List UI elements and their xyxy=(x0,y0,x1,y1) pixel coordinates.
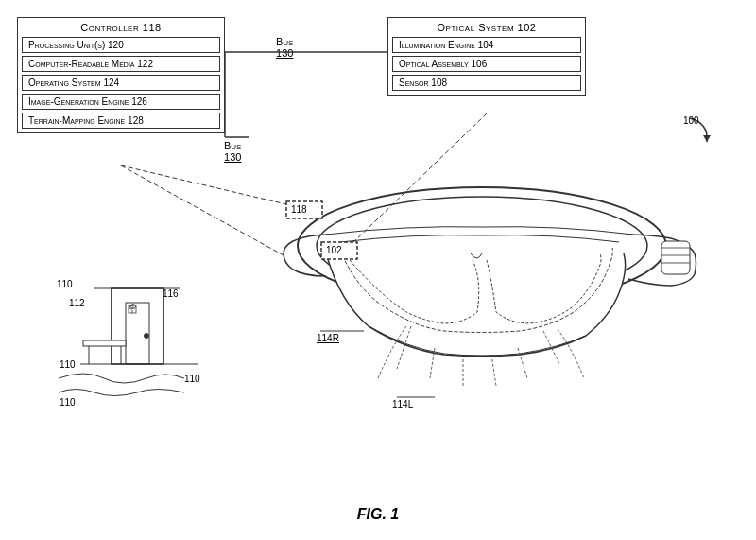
sensor-box: Sensor 108 xyxy=(392,75,581,91)
controller-title: Controller 118 xyxy=(22,22,220,33)
operating-system-label: Operating System 124 xyxy=(28,78,119,88)
ref-102-text: 102 xyxy=(326,245,342,255)
svg-line-19 xyxy=(543,331,559,364)
bus-num-2: 130 xyxy=(224,151,241,163)
computer-readable-media-box: Computer-Readable Media 122 xyxy=(22,56,220,72)
terrain-map-label: Terrain-Mapping Engine 128 xyxy=(28,115,144,126)
image-gen-box: Image-Generation Engine 126 xyxy=(22,94,220,110)
ref-110c-text: 110 xyxy=(60,397,76,408)
ref-114l: 114L xyxy=(392,399,413,409)
computer-readable-media-label: Computer-Readable Media 122 xyxy=(28,59,153,69)
ref-116: 116 xyxy=(163,288,179,299)
svg-rect-33 xyxy=(83,340,126,346)
bus-num-1: 130 xyxy=(276,47,293,59)
ref-116-text: 116 xyxy=(163,288,179,299)
ref-102-box-label: 102 xyxy=(326,245,342,255)
optical-assembly-label: Optical Assembly 106 xyxy=(399,59,487,69)
illumination-engine-box: Illumination Engine 104 xyxy=(392,37,581,53)
sensor-label: Sensor 108 xyxy=(399,78,447,88)
svg-point-24 xyxy=(145,334,149,339)
svg-line-15 xyxy=(430,348,435,378)
ref-110b-text: 110 xyxy=(60,359,76,370)
ref-100-text: 100 xyxy=(683,115,699,126)
ref-114r: 114R xyxy=(317,333,339,343)
ref-114l-text: 114L xyxy=(392,399,413,409)
svg-rect-25 xyxy=(129,305,136,313)
svg-line-17 xyxy=(491,355,496,386)
svg-marker-7 xyxy=(703,135,711,142)
processing-unit-box: Processing Unit(s) 120 xyxy=(22,37,220,53)
ref-110a: 110 xyxy=(57,279,73,289)
svg-line-5 xyxy=(121,165,284,255)
bus-label-top: Bus 130 xyxy=(276,36,293,59)
bus-text-1: Bus xyxy=(276,36,293,47)
optical-system-title-text: Optical System 102 xyxy=(438,22,537,33)
ref-110d-text: 110 xyxy=(184,374,200,384)
svg-rect-23 xyxy=(126,303,149,364)
ref-110a-text: 110 xyxy=(57,279,73,289)
ref-110c: 110 xyxy=(60,397,76,408)
operating-system-box: Operating System 124 xyxy=(22,75,220,91)
fig-text: FIG. 1 xyxy=(357,506,399,522)
ref-100: 100 xyxy=(683,115,699,126)
optical-system-box: Optical System 102 Illumination Engine 1… xyxy=(387,17,586,96)
ref-112-text: 112 xyxy=(69,298,85,308)
optical-assembly-box: Optical Assembly 106 xyxy=(392,56,581,72)
image-gen-label: Image-Generation Engine 126 xyxy=(28,96,147,107)
ref-112: 112 xyxy=(69,298,85,308)
controller-title-text: Controller 118 xyxy=(80,22,161,33)
svg-line-6 xyxy=(350,113,487,246)
svg-point-27 xyxy=(129,305,133,309)
bus-text-2: Bus xyxy=(224,140,241,151)
illumination-engine-label: Illumination Engine 104 xyxy=(399,40,493,50)
ref-118-text: 118 xyxy=(291,204,307,215)
ref-118-box-label: 118 xyxy=(291,204,307,215)
svg-line-14 xyxy=(397,326,411,369)
optical-system-title: Optical System 102 xyxy=(392,22,581,33)
svg-point-28 xyxy=(131,305,136,309)
ref-110b: 110 xyxy=(60,359,76,370)
svg-line-18 xyxy=(518,348,527,378)
svg-line-4 xyxy=(121,165,302,208)
controller-box: Controller 118 Processing Unit(s) 120 Co… xyxy=(17,17,225,133)
ref-110d: 110 xyxy=(184,374,200,384)
diagram: Controller 118 Processing Unit(s) 120 Co… xyxy=(0,0,756,540)
svg-point-9 xyxy=(317,197,647,295)
terrain-map-box: Terrain-Mapping Engine 128 xyxy=(22,113,220,129)
ref-114r-text: 114R xyxy=(317,333,339,343)
bus-label-bottom: Bus 130 xyxy=(224,140,241,163)
svg-rect-10 xyxy=(662,241,690,274)
svg-rect-22 xyxy=(112,288,163,364)
figure-label: FIG. 1 xyxy=(357,506,399,523)
svg-point-8 xyxy=(298,187,666,305)
processing-unit-label: Processing Unit(s) 120 xyxy=(28,40,124,50)
